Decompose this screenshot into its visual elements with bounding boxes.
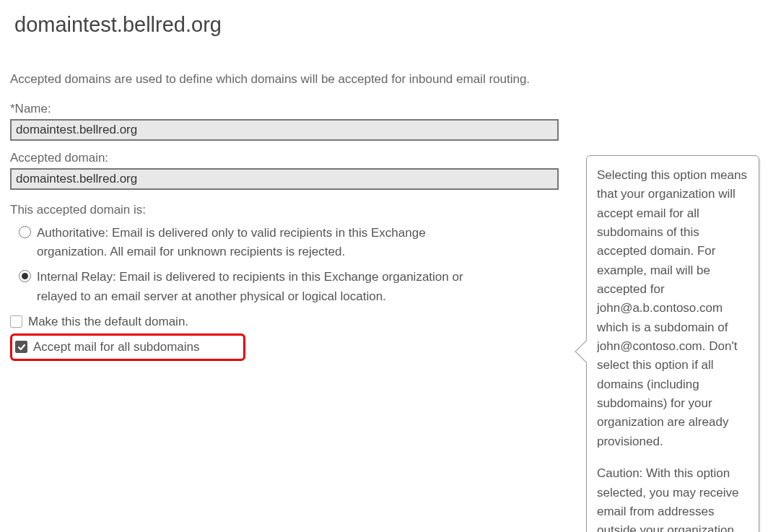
domain-type-radio-group: Authoritative: Email is delivered only t… <box>10 223 566 306</box>
page-title: domaintest.bellred.org <box>14 13 758 37</box>
tooltip-paragraph-1: Selecting this option means that your or… <box>597 166 749 451</box>
radio-authoritative[interactable] <box>19 226 31 238</box>
accept-subdomains-highlight: Accept mail for all subdomains <box>10 333 245 361</box>
default-domain-checkbox-row: Make this the default domain. <box>10 315 566 329</box>
main-form: Accepted domains are used to define whic… <box>10 70 566 361</box>
tooltip-pointer-icon <box>575 340 597 362</box>
accept-subdomains-checkbox-label: Accept mail for all subdomains <box>33 340 200 354</box>
radio-internal-relay-row: Internal Relay: Email is delivered to re… <box>19 267 566 306</box>
default-domain-checkbox[interactable] <box>10 315 22 328</box>
radio-authoritative-row: Authoritative: Email is delivered only t… <box>19 223 566 262</box>
checkmark-icon <box>17 343 26 352</box>
subdomains-tooltip: Selecting this option means that your or… <box>586 155 759 532</box>
default-domain-checkbox-label: Make this the default domain. <box>28 315 188 329</box>
name-input[interactable] <box>10 119 559 141</box>
domain-type-section-label: This accepted domain is: <box>10 203 566 217</box>
radio-authoritative-label: Authoritative: Email is delivered only t… <box>37 223 499 262</box>
radio-internal-relay-label: Internal Relay: Email is delivered to re… <box>37 267 499 306</box>
radio-internal-relay[interactable] <box>19 270 31 282</box>
accept-subdomains-checkbox[interactable] <box>15 341 27 353</box>
intro-text: Accepted domains are used to define whic… <box>10 70 566 89</box>
tooltip-paragraph-2: Caution: With this option selected, you … <box>597 464 749 532</box>
name-label: *Name: <box>10 102 566 116</box>
accept-subdomains-checkbox-row: Accept mail for all subdomains <box>15 340 200 354</box>
accepted-domain-input[interactable] <box>10 168 559 190</box>
radio-selected-dot-icon <box>22 273 28 279</box>
accepted-domain-label: Accepted domain: <box>10 151 566 165</box>
